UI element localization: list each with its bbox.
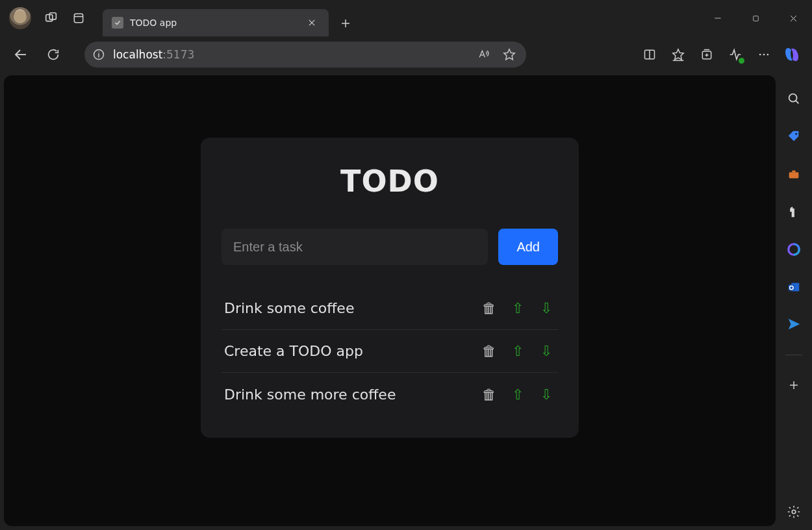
svg-rect-32: [789, 172, 799, 178]
task-row: Create a TODO app 🗑 ⇧ ⇩: [222, 330, 558, 373]
move-down-icon[interactable]: ⇩: [537, 342, 555, 360]
m365-icon[interactable]: [785, 240, 803, 259]
window-maximize-button[interactable]: [737, 0, 774, 36]
browser-tab[interactable]: TODO app: [103, 9, 329, 36]
page-viewport: TODO Add Drink some coffee 🗑 ⇧ ⇩ Create …: [4, 75, 776, 526]
browser-titlebar: TODO app: [0, 0, 812, 36]
trash-icon[interactable]: 🗑: [480, 342, 498, 360]
tab-strip: TODO app: [103, 0, 359, 36]
search-icon[interactable]: [785, 90, 803, 108]
window-controls: [699, 0, 812, 36]
shopping-tag-icon[interactable]: [785, 127, 803, 145]
svg-rect-9: [753, 16, 758, 21]
workspace: TODO Add Drink some coffee 🗑 ⇧ ⇩ Create …: [0, 73, 812, 530]
favorite-star-icon[interactable]: [498, 43, 521, 66]
add-sidebar-icon[interactable]: [785, 376, 803, 394]
window-close-button[interactable]: [774, 0, 812, 36]
address-port: :5173: [162, 48, 194, 61]
svg-marker-17: [504, 49, 515, 60]
copilot-icon[interactable]: [780, 42, 804, 67]
move-up-icon[interactable]: ⇧: [509, 385, 527, 403]
task-row: Drink some more coffee 🗑 ⇧ ⇩: [222, 373, 558, 416]
more-menu-icon[interactable]: [751, 42, 777, 68]
new-tab-button[interactable]: [333, 10, 359, 36]
window-minimize-button[interactable]: [699, 0, 737, 36]
svg-rect-33: [792, 171, 796, 173]
svg-rect-2: [74, 14, 82, 22]
app-title: TODO: [222, 164, 558, 199]
tools-icon[interactable]: [785, 165, 803, 183]
profile-avatar[interactable]: [9, 7, 31, 29]
favorites-icon[interactable]: [665, 42, 691, 68]
svg-point-15: [98, 51, 99, 52]
add-button[interactable]: Add: [498, 229, 558, 265]
tab-close-button[interactable]: [304, 15, 320, 31]
tab-actions-icon[interactable]: [71, 11, 86, 25]
trash-icon[interactable]: 🗑: [480, 385, 498, 403]
address-bar[interactable]: localhost:5173: [84, 42, 526, 68]
browser-toolbar: localhost:5173: [0, 36, 812, 73]
address-host: localhost: [113, 48, 162, 61]
task-input[interactable]: [222, 229, 488, 265]
move-down-icon[interactable]: ⇩: [537, 299, 555, 318]
browser-sidebar: [776, 73, 812, 530]
games-icon[interactable]: [785, 203, 803, 221]
sidebar-divider: [785, 355, 802, 355]
svg-point-29: [789, 94, 797, 102]
send-icon[interactable]: [785, 316, 803, 334]
svg-point-31: [795, 133, 797, 135]
svg-point-40: [792, 510, 796, 514]
titlebar-left: [0, 7, 95, 29]
favicon-check-icon: [112, 17, 123, 29]
svg-point-26: [759, 54, 761, 56]
task-label: Create a TODO app: [224, 343, 470, 359]
workspaces-icon[interactable]: [44, 11, 58, 25]
task-label: Drink some coffee: [224, 300, 470, 316]
performance-icon[interactable]: [722, 42, 748, 68]
split-screen-icon[interactable]: [637, 42, 663, 68]
tab-title: TODO app: [130, 18, 298, 28]
svg-point-28: [767, 54, 769, 56]
move-up-icon[interactable]: ⇧: [509, 299, 527, 318]
task-row: Drink some coffee 🗑 ⇧ ⇩: [222, 287, 558, 330]
trash-icon[interactable]: 🗑: [480, 299, 498, 318]
todo-card: TODO Add Drink some coffee 🗑 ⇧ ⇩ Create …: [201, 138, 579, 438]
site-info-icon[interactable]: [87, 43, 110, 66]
address-text: localhost:5173: [113, 48, 469, 61]
back-button[interactable]: [8, 42, 34, 68]
add-task-row: Add: [222, 229, 558, 265]
read-aloud-icon[interactable]: [472, 43, 495, 66]
toolbar-right: [637, 42, 804, 68]
collections-icon[interactable]: [694, 42, 720, 68]
task-list: Drink some coffee 🗑 ⇧ ⇩ Create a TODO ap…: [222, 287, 558, 416]
outlook-icon[interactable]: [785, 278, 803, 296]
refresh-button[interactable]: [40, 42, 66, 68]
move-down-icon[interactable]: ⇩: [537, 385, 555, 403]
svg-line-30: [796, 101, 798, 103]
settings-gear-icon[interactable]: [785, 503, 803, 521]
svg-marker-20: [673, 49, 684, 60]
move-up-icon[interactable]: ⇧: [509, 342, 527, 360]
svg-point-27: [763, 54, 765, 56]
task-label: Drink some more coffee: [224, 386, 470, 403]
